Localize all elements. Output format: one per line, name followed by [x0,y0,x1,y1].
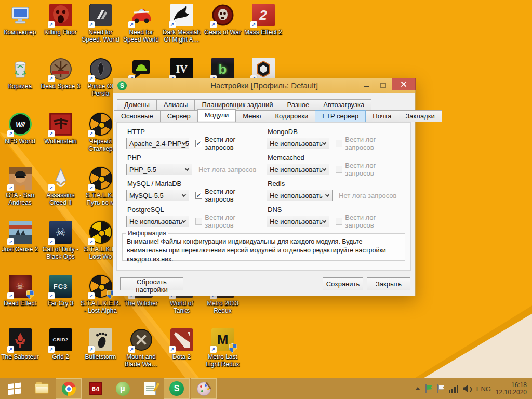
desktop-icon-gears-of-war[interactable]: ↗Gears of War [203,3,243,36]
log-checkbox[interactable]: ✓Вести лог запросов [195,136,262,151]
desktop-icon-grid-2[interactable]: GRID2↗Grid 2 [41,328,81,361]
desktop-icon-label: The Saboteur [1,353,39,361]
module-version-select[interactable]: Не использовать [267,190,332,201]
tab-сервер[interactable]: Сервер [160,110,198,122]
shortcut-arrow-icon: ↗ [88,21,95,28]
close-dialog-button[interactable]: Закрыть [367,277,410,290]
show-hidden-icons-icon[interactable] [415,387,420,390]
desktop-icon-dark-messiah[interactable]: ↗Dark Messiah Of Might A… [162,3,202,43]
desktop-icon-wolfenstein[interactable]: ↗Wolfenstein [41,112,81,145]
desktop-icon-the-saboteur[interactable]: ↗The Saboteur [0,328,40,361]
tab-почта[interactable]: Почта [365,110,398,122]
chevron-down-icon [185,167,189,171]
folder-icon [35,383,49,394]
module-version-select[interactable]: Не использовать [267,164,329,175]
desktop: Компьютер↗Killing Floor↗Need for Speed. … [0,0,532,399]
desktop-icon-label: Dark Messiah Of Might A… [162,29,202,43]
desktop-icon-nfs-world-car[interactable]: ↗Need for Speed World [121,3,161,43]
desktop-icon-just-cause-2[interactable]: ↗Just Cause 2 [0,220,40,253]
desktop-icon-gta-san-andreas[interactable]: ↗GTA - San Andreas [0,166,40,206]
tab-домены[interactable]: Домены [117,99,157,110]
reset-settings-button[interactable]: Сбросить настройки [120,277,183,290]
shortcut-arrow-icon: ↗ [88,75,95,82]
module-label: Redis [268,180,403,188]
module-version-select[interactable]: Не использовать [267,216,329,227]
desktop-icon-dead-effect[interactable]: ☠↗Dead Effect [0,274,40,307]
desktop-icon-dota-2[interactable]: ↗Dota 2 [162,328,202,361]
shortcut-arrow-icon: ↗ [88,238,95,245]
log-checkbox[interactable]: ✓Вести лог запросов [195,188,262,203]
shortcut-arrow-icon: ↗ [88,346,95,353]
tab-закладки[interactable]: Закладки [398,110,442,122]
desktop-icon-assassins-creed-2[interactable]: ↗Assassins Creed II [41,166,81,206]
desktop-icon-label: Mount and Blade Wa… [121,353,161,368]
tab-ftp-сервер[interactable]: FTP сервер [315,110,366,122]
desktop-icon-mount-and-blade[interactable]: ↗Mount and Blade Wa… [121,328,161,368]
maximize-button[interactable] [376,78,390,92]
module-version-select[interactable]: Apache_2.4-PHP_5.5- [126,138,189,149]
desktop-icon-label: S.T.A.L.K.E.R. - Lost Alpha [81,300,121,314]
language-indicator[interactable]: ENG [476,385,491,393]
desktop-icon-label: NFS World [5,138,35,145]
desktop-icon-dead-space-3[interactable]: ↗Dead Space 3 [41,57,81,90]
recycle-bin-icon [9,58,32,81]
chevron-down-icon [322,219,326,223]
taskbar-explorer-button[interactable] [29,378,55,399]
tab-алиасы[interactable]: Алиасы [156,99,195,110]
desktop-icon-computer[interactable]: Компьютер [0,3,40,36]
shortcut-arrow-icon: ↗ [48,21,55,28]
desktop-icon-mass-effect-2[interactable]: 2↗Mass Effect 2 [243,3,283,36]
desktop-icon-label: Just Cause 2 [2,246,38,253]
desktop-icon-label: Need for Speed World [121,29,161,43]
minimize-button[interactable] [359,78,374,92]
module-version-select[interactable]: Не использовать [267,138,329,149]
tab-основные[interactable]: Основные [114,110,161,122]
tab-page-modules: HTTPApache_2.4-PHP_5.5-✓Вести лог запрос… [116,122,411,271]
desktop-icon-far-cry-3[interactable]: FC3↗Far Cry 3 [41,274,81,307]
openserver-flag-icon[interactable] [425,384,432,393]
shortcut-arrow-icon: ↗ [169,21,176,28]
save-button[interactable]: Сохранить [323,277,363,290]
desktop-icon-metro-last-light-redux[interactable]: M↗Metro Last Light Redux [203,328,243,368]
taskbar-aida64-button[interactable]: 64 [83,378,109,399]
shortcut-arrow-icon: ↗ [128,21,135,28]
desktop-icon-recycle-bin[interactable]: Корзина [0,57,40,90]
taskbar-openserver-button[interactable]: S [164,378,190,399]
taskbar-paint-button[interactable] [191,378,217,399]
network-signal-icon[interactable] [449,385,458,393]
tab-разное[interactable]: Разное [280,99,316,110]
desktop-icon-bulletstorm[interactable]: ↗Bulletstorm [81,328,121,361]
settings-window: S Настройки [Профиль: Default] ДоменыАли… [113,78,416,296]
desktop-icon-label: Корзина [8,83,32,90]
taskbar-utorrent-button[interactable]: µ [110,378,136,399]
desktop-icon-label: Assassins Creed II [41,192,81,206]
shortcut-arrow-icon: ↗ [88,292,95,299]
desktop-icon-nfs-world-circle[interactable]: W//↗NFS World [0,112,40,145]
desktop-icon-nfs-world-dark[interactable]: ↗Need for Speed. World [81,3,121,43]
taskbar-notepadpp-button[interactable] [137,378,163,399]
desktop-icon-cod-black-ops[interactable]: ☠↗Call of Duty - Black Ops [41,220,81,260]
tray-clock[interactable]: 16:18 12.10.2020 [496,381,527,396]
module-field-http: HTTPApache_2.4-PHP_5.5-✓Вести лог запрос… [126,128,262,149]
windows-logo-icon [8,382,21,395]
window-titlebar[interactable]: S Настройки [Профиль: Default] [113,78,415,93]
tab-кодировки[interactable]: Кодировки [268,110,315,122]
volume-icon[interactable] [463,385,472,393]
tab-автозагрузка[interactable]: Автозагрузка [316,99,371,110]
module-version-select[interactable]: Не использовать [126,216,189,227]
chevron-down-icon [322,167,326,171]
no-log-text: Нет лога запросов [339,192,396,200]
module-version-select[interactable]: MySQL-5.5 [126,190,189,201]
close-icon[interactable] [392,78,416,90]
action-center-flag-icon[interactable] [437,384,444,393]
start-button[interactable] [0,378,28,399]
module-version-select[interactable]: PHP_5.5 [126,164,192,175]
tab-меню[interactable]: Меню [235,110,268,122]
taskbar-chrome-button[interactable] [56,378,82,399]
desktop-icon-label: Killing Floor [44,29,77,36]
desktop-icon-label: World of Tanks [162,300,202,314]
desktop-icon-killing-floor[interactable]: ↗Killing Floor [41,3,81,36]
tab-модули[interactable]: Модули [197,109,236,121]
no-log-text: Нет лога запросов [198,166,256,174]
tab-планировщик-заданий[interactable]: Планировщик заданий [194,99,280,110]
